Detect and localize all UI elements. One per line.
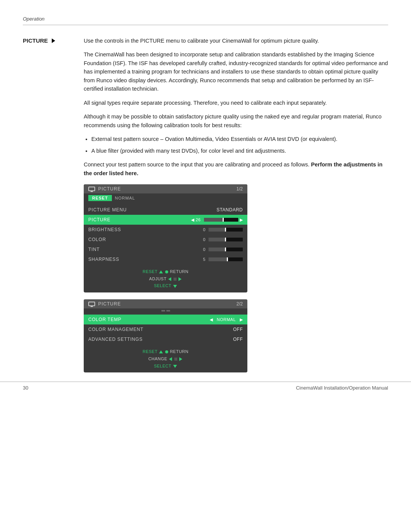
- osd-page-num-1: 1/2: [236, 186, 243, 192]
- calibration-tools-list: External test pattern source – Ovation M…: [91, 135, 388, 155]
- nav-square-icon-1: [174, 278, 177, 281]
- arrow-left-color-temp: ◀: [210, 317, 213, 322]
- screen-icon-1: [88, 187, 95, 191]
- footer-reset-label-1: RESET: [143, 269, 159, 274]
- footer-return-1: RETURN: [170, 269, 188, 274]
- picture-text: PICTURE: [23, 37, 48, 44]
- nav-circle-icon-1: [165, 270, 168, 273]
- value-color-temp: NORMAL: [217, 317, 236, 322]
- reset-button[interactable]: RESET: [88, 195, 112, 201]
- picture-label: PICTURE: [23, 37, 84, 44]
- osd-slider-picture: ◀ 26 ▶: [191, 217, 243, 222]
- osd-row-color-temp: COLOR TEMP ◀ NORMAL ▶: [84, 315, 247, 324]
- slider-bar-tint: [209, 248, 243, 251]
- page-container: Operation PICTURE Use the controls in th…: [0, 0, 411, 402]
- nav-left-icon-1: [168, 277, 171, 281]
- osd-reset-row: RESET NORMAL: [84, 193, 247, 203]
- list-item: A blue filter (provided with many test D…: [91, 147, 388, 155]
- footer-line-1: RESET RETURN: [84, 268, 247, 275]
- osd-title-left-1: PICTURE: [88, 186, 121, 192]
- nav-right-icon-1: [178, 277, 182, 281]
- arrow-right-color-temp: ▶: [240, 317, 243, 322]
- dot-2: [166, 310, 170, 312]
- footer-select-1: SELECT: [154, 283, 172, 288]
- osd-menu-2: PICTURE 2/2 COLOR TEMP ◀ N: [84, 299, 247, 372]
- osd-row-picture-menu: PICTURE MENU STANDARD: [84, 205, 247, 215]
- footer-return-2: RETURN: [170, 349, 188, 354]
- reset-normal-value: NORMAL: [115, 196, 135, 200]
- slider-marker-color: [225, 238, 226, 241]
- osd-label-advanced-settings: ADVANCED SETTINGS: [88, 337, 233, 342]
- footer-select-2: SELECT: [154, 364, 172, 368]
- arrow-left-picture: ◀: [191, 217, 194, 222]
- osd-row-picture: PICTURE ◀ 26 ▶: [84, 215, 247, 225]
- slider-bar-sharpness: [209, 257, 243, 261]
- footer-line-3: SELECT: [84, 282, 247, 289]
- osd-label-picture: PICTURE: [88, 217, 191, 222]
- paragraph-5: Connect your test pattern source to the …: [84, 160, 388, 177]
- osd-label-brightness: BRIGHTNESS: [88, 227, 203, 232]
- para5-prefix: Connect your test pattern source to the …: [84, 161, 309, 168]
- osd-value-advanced-settings: OFF: [233, 337, 243, 342]
- osd-label-tint: TINT: [88, 247, 203, 252]
- value-color: 0: [203, 237, 206, 242]
- slider-bar-picture: [204, 218, 238, 222]
- nav-left-icon-2: [169, 357, 172, 361]
- osd-slider-sharpness: 5: [203, 257, 243, 262]
- nav-up-icon-1: [159, 270, 163, 273]
- osd-page-num-2: 2/2: [236, 301, 243, 307]
- osd-title-text-2: PICTURE: [98, 301, 121, 307]
- left-label-area: PICTURE: [23, 37, 84, 379]
- osd-label-color-management: COLOR MANAGEMENT: [88, 327, 233, 332]
- footer-adjust-1: ADJUST: [149, 276, 168, 281]
- slider-marker-tint: [225, 248, 226, 251]
- footer-change-2: CHANGE: [148, 356, 169, 361]
- value-sharpness: 5: [203, 257, 206, 262]
- osd-row-brightness: BRIGHTNESS 0: [84, 225, 247, 235]
- footer-reset-label-2: RESET: [143, 349, 159, 354]
- osd-label-color: COLOR: [88, 237, 203, 242]
- nav-circle-icon-2: [165, 350, 168, 353]
- header-section: Operation: [23, 15, 388, 25]
- osd-value-color-management: OFF: [233, 327, 243, 332]
- nav-up-icon-2: [159, 350, 163, 353]
- osd-footer-1: RESET RETURN ADJUST SELECT: [84, 267, 247, 292]
- osd-row-sharpness: SHARPNESS 5: [84, 254, 247, 264]
- page-footer: 30 CinemaWall Installation/Operation Man…: [0, 382, 411, 391]
- osd-value-color-temp: ◀ NORMAL ▶: [210, 317, 243, 322]
- osd-footer-2: RESET RETURN CHANGE SELECT: [84, 347, 247, 372]
- osd-slider-color: 0: [203, 237, 243, 242]
- osd-row-tint: TINT 0: [84, 244, 247, 254]
- osd-title-bar-1: PICTURE 1/2: [84, 184, 247, 193]
- dot-1: [161, 310, 165, 312]
- content-section: PICTURE Use the controls in the PICTURE …: [23, 37, 388, 379]
- value-tint: 0: [203, 247, 206, 252]
- slider-fill-brightness: [209, 228, 225, 232]
- slider-marker-sharpness: [227, 257, 228, 261]
- section-label: Operation: [23, 16, 45, 22]
- osd-menu-1: PICTURE 1/2 RESET NORMAL PICTURE MENU ST…: [84, 184, 247, 292]
- osd-dots: [84, 308, 247, 312]
- slider-fill-picture: [204, 218, 223, 222]
- paragraph-4: Although it may be possible to obtain sa…: [84, 112, 388, 129]
- value-brightness: 0: [203, 227, 206, 232]
- slider-bar-brightness: [209, 228, 243, 232]
- slider-marker-brightness: [225, 228, 226, 232]
- screen-icon-2: [88, 302, 95, 306]
- footer-line-1-2: RESET RETURN: [84, 348, 247, 355]
- osd-row-advanced-settings: ADVANCED SETTINGS OFF: [84, 334, 247, 344]
- manual-title: CinemaWall Installation/Operation Manual: [296, 385, 388, 391]
- osd-body-1: PICTURE MENU STANDARD PICTURE ◀ 26: [84, 203, 247, 267]
- slider-bar-color: [209, 238, 243, 241]
- right-content: Use the controls in the PICTURE menu to …: [84, 37, 388, 379]
- osd-slider-tint: 0: [203, 247, 243, 252]
- footer-line-3-2: SELECT: [84, 363, 247, 370]
- slider-marker-picture: [223, 218, 224, 222]
- paragraph-2: The CinemaWall has been designed to inco…: [84, 50, 388, 93]
- osd-row-color-management: COLOR MANAGEMENT OFF: [84, 324, 247, 334]
- osd-row-color: COLOR 0: [84, 235, 247, 244]
- osd-title-left-2: PICTURE: [88, 301, 121, 307]
- osd-title-bar-2: PICTURE 2/2: [84, 299, 247, 308]
- nav-down-icon-2: [173, 365, 177, 368]
- osd-slider-brightness: 0: [203, 227, 243, 232]
